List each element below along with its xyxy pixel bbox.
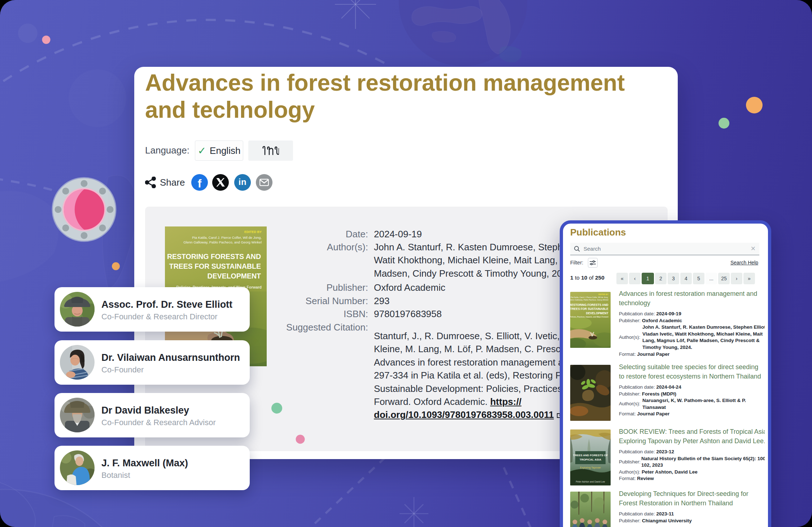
svg-text:DEVELOPMENT: DEVELOPMENT <box>208 272 261 280</box>
svg-text:Glenn Galloway, Pablo Pacheco,: Glenn Galloway, Pablo Pacheco, Georg Win… <box>570 299 608 301</box>
svg-text:Exploring Tapovan: Exploring Tapovan <box>580 466 601 469</box>
svg-text:Policies, Practices, Impacts,: Policies, Practices, Impacts, and Ways F… <box>570 316 608 318</box>
svg-text:TROPICAL ASIA: TROPICAL ASIA <box>580 458 602 461</box>
svg-text:TREES AND FORESTS OF: TREES AND FORESTS OF <box>573 454 608 457</box>
svg-text:EDITED BY: EDITED BY <box>598 293 608 295</box>
svg-text:RESTORING FORESTS AND: RESTORING FORESTS AND <box>570 303 608 307</box>
svg-text:TREES FOR SUSTAINABLE: TREES FOR SUSTAINABLE <box>570 307 608 311</box>
svg-text:DEVELOPMENT: DEVELOPMENT <box>586 312 608 315</box>
svg-text:TREES FOR SUSTAINABLE: TREES FOR SUSTAINABLE <box>169 262 261 270</box>
svg-text:Peter Ashton and David Lee: Peter Ashton and David Lee <box>576 480 605 483</box>
svg-text:Pia Katila, Carol J. Pierce Co: Pia Katila, Carol J. Pierce Colfer, Wil … <box>571 296 608 298</box>
